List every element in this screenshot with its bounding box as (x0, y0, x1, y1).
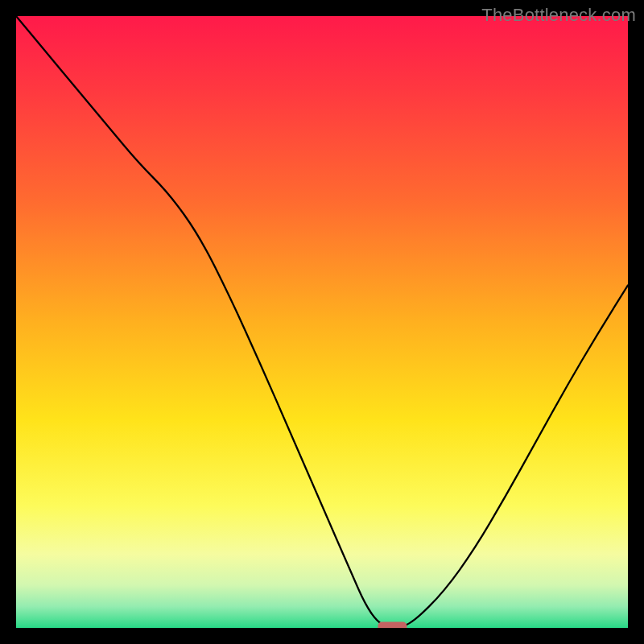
chart-container: TheBottleneck.com (0, 0, 644, 644)
gradient-background (16, 16, 628, 628)
bottleneck-plot-svg (16, 16, 628, 628)
optimal-marker (378, 622, 407, 629)
plot-area (16, 16, 628, 628)
watermark-label: TheBottleneck.com (481, 5, 636, 26)
